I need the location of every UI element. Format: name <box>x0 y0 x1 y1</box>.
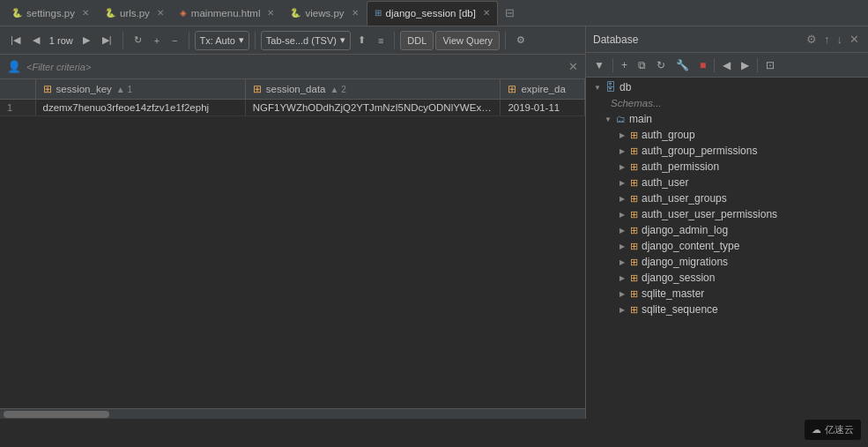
nav-next-btn[interactable]: ▶ <box>78 30 95 51</box>
db-toolbar: ▼ + ⧉ ↻ 🔧 ■ ◀ ▶ ⊡ <box>586 53 868 78</box>
tx-dropdown[interactable]: Tx: Auto ▾ <box>195 31 249 50</box>
db-copy-btn[interactable]: ⧉ <box>634 56 650 75</box>
database-panel-header: Database ⚙ ↑ ↓ ✕ <box>586 26 868 53</box>
row-num-cell: 1 <box>0 100 35 116</box>
filter-criteria-label[interactable]: <Filter criteria> <box>26 62 91 72</box>
tree-toggle <box>618 242 627 250</box>
tab-urls-py[interactable]: 🐍 urls.py ✕ <box>97 1 172 26</box>
db-refresh-btn[interactable]: ↻ <box>652 56 670 75</box>
settings-btn[interactable]: ⚙ <box>511 30 530 51</box>
tree-schema-main[interactable]: 🗂 main <box>586 111 868 127</box>
schema-icon: 🗂 <box>616 114 626 124</box>
tree-table-django-session[interactable]: ⊞ django_session <box>586 270 868 286</box>
tree-table-auth-group-perm[interactable]: ⊞ auth_group_permissions <box>586 143 868 159</box>
db-expand-btn[interactable]: ▼ <box>590 56 609 75</box>
session-data-cell[interactable]: NGF1YWZhODdhZjQ2YTJmNzI5NDcyODNlYWExZDM… <box>245 100 501 116</box>
import-btn[interactable]: ≡ <box>373 30 389 51</box>
table-icon: ⊞ <box>508 83 516 95</box>
tree-table-auth-group[interactable]: ⊞ auth_group <box>586 127 868 143</box>
tab-format-dropdown[interactable]: Tab-se...d (TSV) ▾ <box>261 31 351 50</box>
search-icon: 👤 <box>7 60 21 73</box>
horizontal-scrollbar[interactable] <box>0 408 585 419</box>
tab-django-session-db[interactable]: ⊞ django_session [db] ✕ <box>367 1 498 26</box>
python-icon: 🐍 <box>290 8 300 18</box>
data-table: ⊞ session_key ▲ 1 ⊞ session_data ▲ 2 <box>0 79 585 116</box>
tab-settings-py[interactable]: 🐍 settings.py ✕ <box>4 1 97 26</box>
db-monitor-btn[interactable]: ⊡ <box>761 56 779 75</box>
session-key-cell[interactable]: dzemx7henuo3rfeoe14zfzv1e1f2ephj <box>35 100 245 116</box>
tab-close-mainmenu[interactable]: ✕ <box>267 8 274 18</box>
db-nav-fwd-btn[interactable]: ▶ <box>737 56 753 75</box>
col-header-expire-date[interactable]: ⊞ expire_da <box>501 79 585 100</box>
nav-last-btn[interactable]: ▶| <box>97 30 117 51</box>
db-sep1 <box>612 58 613 72</box>
nav-prev-btn[interactable]: ◀ <box>27 30 45 51</box>
add-row-btn[interactable]: + <box>149 30 165 51</box>
db-properties-btn[interactable]: 🔧 <box>671 56 694 75</box>
tab-close-urls[interactable]: ✕ <box>157 8 164 18</box>
col-name: expire_da <box>521 84 566 94</box>
header-actions: ⚙ ↑ ↓ ✕ <box>805 31 861 48</box>
sep1 <box>122 32 123 49</box>
database-title: Database <box>593 34 638 46</box>
close-panel-btn[interactable]: ✕ <box>848 31 861 48</box>
db-icon: ⊞ <box>375 8 382 18</box>
arrow-up-btn[interactable]: ↑ <box>822 31 832 48</box>
tree-table-auth-user[interactable]: ⊞ auth_user <box>586 175 868 190</box>
table-name: django_admin_log <box>642 224 728 236</box>
filter-close-icon[interactable]: ✕ <box>568 60 578 73</box>
python-icon: 🐍 <box>11 8 22 18</box>
table-icon: ⊞ <box>630 193 638 205</box>
table-name: sqlite_sequence <box>642 303 718 316</box>
tree-table-django-admin-log[interactable]: ⊞ django_admin_log <box>586 222 868 238</box>
table-icon: ⊞ <box>630 161 638 173</box>
tree-table-auth-user-user-perm[interactable]: ⊞ auth_user_user_permissions <box>586 206 868 222</box>
tab-mainmenu-html[interactable]: ◈ mainmenu.html ✕ <box>172 1 283 26</box>
ddl-button[interactable]: DDL <box>400 31 434 50</box>
tree-toggle-db <box>593 84 602 92</box>
tree-table-sqlite-sequence[interactable]: ⊞ sqlite_sequence <box>586 302 868 317</box>
settings-icon-btn[interactable]: ⚙ <box>805 31 819 48</box>
table-icon: ⊞ <box>630 304 638 316</box>
arrow-down-btn[interactable]: ↓ <box>835 31 845 48</box>
tree-db-node[interactable]: 🗄 db <box>586 79 868 95</box>
tab-close-settings[interactable]: ✕ <box>82 8 89 18</box>
tree-table-auth-user-groups[interactable]: ⊞ auth_user_groups <box>586 190 868 206</box>
table-icon: ⊞ <box>630 257 638 268</box>
db-sep3 <box>757 58 758 72</box>
col-header-session-key[interactable]: ⊞ session_key ▲ 1 <box>35 79 245 100</box>
tab-label: mainmenu.html <box>191 8 261 19</box>
tab-label: django_session [db] <box>386 8 476 19</box>
export-btn[interactable]: ⬆ <box>352 30 371 51</box>
db-add-btn[interactable]: + <box>617 56 632 75</box>
tree-table-django-content-type[interactable]: ⊞ django_content_type <box>586 238 868 254</box>
tab-close-views[interactable]: ✕ <box>352 8 359 18</box>
tree-table-sqlite-master[interactable]: ⊞ sqlite_master <box>586 286 868 302</box>
table-name: auth_permission <box>642 160 719 173</box>
minus-btn[interactable]: − <box>167 30 182 51</box>
col-header-session-data[interactable]: ⊞ session_data ▲ 2 <box>245 79 501 100</box>
table-row[interactable]: 1 dzemx7henuo3rfeoe14zfzv1e1f2ephj NGF1Y… <box>0 100 585 116</box>
tab-close-django-session[interactable]: ✕ <box>483 8 490 18</box>
refresh-btn[interactable]: ↻ <box>129 30 147 51</box>
view-query-button[interactable]: View Query <box>435 31 500 50</box>
nav-first-btn[interactable]: |◀ <box>5 30 26 51</box>
table-icon: ⊞ <box>630 130 638 141</box>
table-icon: ⊞ <box>630 288 638 300</box>
tree-table-auth-perm[interactable]: ⊞ auth_permission <box>586 159 868 175</box>
tree-toggle-main <box>604 115 612 123</box>
col-num: ▲ 2 <box>330 85 346 94</box>
query-toolbar: |◀ ◀ 1 row ▶ ▶| ↻ + − Tx: Auto ▾ Tab-se.… <box>0 26 585 55</box>
db-stop-btn[interactable]: ■ <box>695 56 710 75</box>
tab-label: views.py <box>305 8 344 19</box>
left-panel: |◀ ◀ 1 row ▶ ▶| ↻ + − Tx: Auto ▾ Tab-se.… <box>0 26 586 419</box>
tab-views-py[interactable]: 🐍 views.py ✕ <box>282 1 366 26</box>
scroll-thumb[interactable] <box>4 411 109 418</box>
tree-table-django-migrations[interactable]: ⊞ django_migrations <box>586 254 868 270</box>
col-name: session_data <box>266 84 326 94</box>
table-name: django_migrations <box>642 256 728 268</box>
expire-date-cell[interactable]: 2019-01-11 <box>501 100 585 116</box>
tree-toggle <box>618 290 627 298</box>
split-icon[interactable]: ⊟ <box>505 6 515 19</box>
db-nav-btn[interactable]: ◀ <box>718 56 735 75</box>
